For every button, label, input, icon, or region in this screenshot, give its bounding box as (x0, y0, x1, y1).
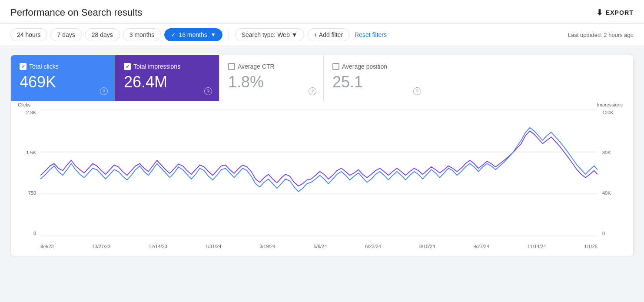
metric-card-ctr[interactable]: Average CTR 1.8% ? (219, 55, 324, 101)
help-icon-ctr[interactable]: ? (309, 87, 316, 95)
left-label-0: 2.3K (26, 110, 36, 115)
time-button-28d[interactable]: 28 days (85, 28, 120, 41)
dropdown-arrow-icon: ▼ (211, 32, 216, 38)
chart-plot (40, 110, 598, 236)
metric-card-position[interactable]: Average position 25.1 ? (324, 55, 428, 101)
x-label-2: 12/14/23 (149, 244, 167, 249)
export-icon: ⬇ (596, 8, 603, 17)
search-type-button[interactable]: Search type: Web ▼ (235, 28, 304, 41)
clicks-line (40, 127, 598, 191)
metrics-row: Total clicks 469K ? Total impressions 26… (10, 55, 634, 101)
left-label-1: 1.5K (26, 150, 36, 155)
right-label-3: 0 (602, 231, 605, 236)
metric-label-ctr: Average CTR (238, 63, 275, 70)
left-axis-title: Clicks (18, 102, 30, 107)
check-icon: ✓ (171, 31, 176, 38)
help-icon-impressions[interactable]: ? (204, 87, 212, 95)
export-button[interactable]: ⬇ EXPORT (596, 8, 634, 17)
chart-svg (40, 110, 598, 236)
metric-card-clicks[interactable]: Total clicks 469K ? (11, 55, 115, 101)
x-label-6: 6/23/24 (365, 244, 381, 249)
chart-container: Clicks Impressions 2.3K 1.5K 750 0 120K … (10, 101, 634, 256)
checkbox-ctr[interactable] (228, 63, 235, 70)
divider (229, 30, 229, 40)
left-label-3: 0 (33, 231, 36, 236)
x-label-9: 11/14/24 (528, 244, 546, 249)
left-y-axis: 2.3K 1.5K 750 0 (18, 110, 40, 236)
checkbox-impressions[interactable] (124, 63, 131, 70)
left-label-2: 750 (28, 190, 36, 196)
main-content: Total clicks 469K ? Total impressions 26… (0, 46, 644, 265)
metric-card-impressions[interactable]: Total impressions 26.4M ? (115, 55, 219, 101)
header: Performance on Search results ⬇ EXPORT (0, 0, 644, 24)
right-y-axis: 120K 80K 40K 0 (599, 110, 623, 236)
metric-value-clicks: 469K (20, 73, 106, 91)
metric-header-ctr: Average CTR (228, 63, 315, 70)
chart-inner: Clicks Impressions 2.3K 1.5K 750 0 120K … (18, 110, 623, 249)
right-axis-title: Impressions (597, 102, 623, 107)
x-axis-labels: 9/9/23 10/27/23 12/14/23 1/31/24 3/19/24… (40, 237, 598, 249)
metric-value-ctr: 1.8% (228, 73, 315, 91)
right-label-2: 40K (602, 190, 611, 196)
x-label-1: 10/27/23 (92, 244, 110, 249)
page-title: Performance on Search results (10, 7, 142, 18)
toolbar: 24 hours 7 days 28 days 3 months ✓ 16 mo… (0, 24, 644, 46)
time-button-24h[interactable]: 24 hours (10, 28, 47, 41)
add-filter-button[interactable]: + Add filter (308, 28, 350, 41)
right-label-0: 120K (602, 110, 614, 115)
metric-value-impressions: 26.4M (124, 73, 210, 91)
metric-label-impressions: Total impressions (133, 63, 180, 70)
search-type-dropdown-icon: ▼ (292, 31, 298, 38)
add-filter-label: + Add filter (314, 31, 343, 38)
right-label-1: 80K (602, 150, 611, 155)
metric-header-position: Average position (332, 63, 419, 70)
metric-value-position: 25.1 (332, 73, 419, 91)
time-button-7d[interactable]: 7 days (50, 28, 81, 41)
checkbox-position[interactable] (332, 63, 339, 70)
time-button-3m[interactable]: 3 months (123, 28, 161, 41)
metric-label-clicks: Total clicks (29, 63, 59, 70)
x-label-3: 1/31/24 (206, 244, 222, 249)
last-updated-label: Last updated: 2 hours ago (568, 32, 634, 38)
metric-header-clicks: Total clicks (20, 63, 106, 70)
metric-header-impressions: Total impressions (124, 63, 210, 70)
help-icon-clicks[interactable]: ? (100, 87, 108, 95)
x-label-10: 1/1/25 (584, 244, 598, 249)
search-type-label: Search type: Web (242, 31, 290, 38)
x-label-0: 9/9/23 (40, 244, 54, 249)
time-button-16m[interactable]: ✓ 16 months ▼ (164, 28, 222, 41)
metric-label-position: Average position (342, 63, 387, 70)
help-icon-position[interactable]: ? (413, 87, 421, 95)
reset-filters-button[interactable]: Reset filters (355, 31, 387, 38)
x-label-8: 9/27/24 (473, 244, 489, 249)
x-label-5: 5/6/24 (314, 244, 327, 249)
export-label: EXPORT (606, 9, 634, 16)
page: Performance on Search results ⬇ EXPORT 2… (0, 0, 644, 265)
x-label-7: 8/10/24 (419, 244, 435, 249)
checkbox-clicks[interactable] (20, 63, 27, 70)
time-button-16m-label: 16 months (179, 31, 207, 38)
x-label-4: 3/19/24 (259, 244, 276, 249)
